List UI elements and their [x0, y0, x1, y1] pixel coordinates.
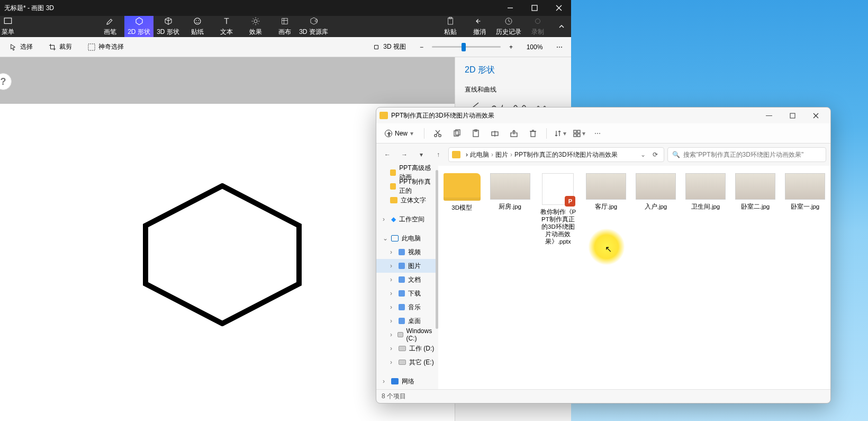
- menu-label: 菜单: [2, 28, 14, 37]
- new-button[interactable]: New ▾: [382, 129, 419, 138]
- side-lines-label: 直线和曲线: [465, 81, 562, 98]
- file-item-6[interactable]: 卧室二.jpg: [735, 173, 775, 210]
- view-icon[interactable]: ▾: [571, 126, 587, 141]
- svg-rect-4: [4, 18, 12, 24]
- ribbon-sticker[interactable]: 贴纸: [183, 16, 212, 37]
- paste-icon[interactable]: [468, 126, 484, 141]
- forward-button[interactable]: →: [397, 148, 411, 162]
- zoom-in-button[interactable]: +: [506, 42, 516, 52]
- svg-point-7: [196, 20, 197, 21]
- address-dropdown[interactable]: ⌄: [640, 151, 646, 158]
- breadcrumb-1[interactable]: 图片›: [495, 150, 512, 159]
- tree-video[interactable]: ›视频: [376, 245, 438, 259]
- back-button[interactable]: ←: [381, 148, 394, 162]
- breadcrumb-2[interactable]: PPT制作真正的3D环绕图片动画效果: [514, 150, 618, 159]
- maximize-button[interactable]: [522, 0, 547, 16]
- tree-this-pc[interactable]: ⌄ 此电脑: [376, 231, 438, 245]
- delete-icon[interactable]: [525, 126, 541, 141]
- zoom-thumb[interactable]: [462, 43, 466, 51]
- folder-icon: [390, 197, 397, 203]
- file-item-2[interactable]: P教你制作《PPT制作真正的3D环绕图片动画效果》.pptx: [540, 173, 576, 245]
- crop-button[interactable]: 裁剪: [43, 41, 77, 53]
- magic-select-button[interactable]: 神奇选择: [83, 41, 129, 53]
- chevron-icon: ›: [466, 151, 468, 158]
- tree-network[interactable]: › 网络: [376, 374, 438, 388]
- explorer-minimize-button[interactable]: —: [757, 108, 781, 123]
- search-input[interactable]: [683, 151, 821, 158]
- file-item-1[interactable]: 厨房.jpg: [490, 173, 530, 210]
- zoom-out-button[interactable]: −: [417, 42, 427, 52]
- share-icon[interactable]: [506, 126, 522, 141]
- tree-workspace[interactable]: ›◆ 工作空间: [376, 212, 438, 226]
- pptx-icon: P: [542, 173, 574, 205]
- copy-icon[interactable]: [449, 126, 465, 141]
- ribbon-record[interactable]: 录制: [523, 16, 552, 37]
- ribbon-2d[interactable]: 2D 形状: [124, 16, 153, 37]
- help-hint-icon[interactable]: ?: [0, 73, 12, 90]
- ribbon-3d[interactable]: 3D 形状: [153, 16, 183, 37]
- ribbon-brush[interactable]: 画笔: [95, 16, 124, 37]
- up-button[interactable]: ↑: [431, 148, 445, 162]
- file-item-3[interactable]: 客厅.jpg: [586, 173, 626, 210]
- folder-icon: [390, 169, 396, 176]
- more-icon[interactable]: ⋯: [590, 126, 606, 141]
- svg-rect-23: [790, 113, 795, 118]
- rename-icon[interactable]: [487, 126, 503, 141]
- hexagon-shape[interactable]: [140, 183, 304, 326]
- close-button[interactable]: [547, 0, 571, 16]
- svg-point-17: [535, 19, 540, 24]
- breadcrumb-0[interactable]: 此电脑›: [470, 150, 493, 159]
- explorer-content[interactable]: 3D模型厨房.jpgP教你制作《PPT制作真正的3D环绕图片动画效果》.pptx…: [438, 166, 830, 389]
- ribbon-effects[interactable]: 效果: [241, 16, 270, 37]
- tree-downloads[interactable]: ›下载: [376, 286, 438, 300]
- file-caption: 厨房.jpg: [499, 203, 521, 210]
- minimize-button[interactable]: [498, 0, 522, 16]
- file-caption: 入户.jpg: [645, 203, 667, 210]
- tree-documents[interactable]: ›文档: [376, 273, 438, 286]
- network-icon: [391, 378, 399, 384]
- svg-line-28: [436, 130, 440, 135]
- folder-icon: [379, 112, 388, 119]
- search-box[interactable]: 🔍: [667, 147, 826, 162]
- svg-point-26: [435, 134, 437, 137]
- cut-icon[interactable]: [430, 126, 446, 141]
- paint3d-titlebar[interactable]: 无标题* - 画图 3D: [0, 0, 571, 16]
- explorer-maximize-button[interactable]: [781, 108, 804, 123]
- view-3d-button[interactable]: 3D 视图: [367, 41, 411, 53]
- explorer-titlebar[interactable]: PPT制作真正的3D环绕图片动画效果 —: [376, 108, 830, 123]
- tree-music[interactable]: ›音乐: [376, 300, 438, 314]
- zoom-slider[interactable]: [432, 46, 501, 48]
- ribbon-undo[interactable]: 撤消: [465, 16, 494, 37]
- ribbon-canvas[interactable]: 画布: [270, 16, 299, 37]
- more-button[interactable]: ⋯: [553, 43, 567, 51]
- recent-button[interactable]: ▾: [414, 148, 428, 162]
- address-bar[interactable]: › 此电脑› 图片› PPT制作真正的3D环绕图片动画效果 ⌄ ⟳: [448, 147, 664, 162]
- file-item-5[interactable]: 卫生间.jpg: [685, 173, 726, 210]
- svg-line-29: [436, 130, 439, 135]
- svg-rect-43: [577, 134, 580, 137]
- ribbon-paste[interactable]: 粘贴: [436, 16, 465, 37]
- file-item-4[interactable]: 入户.jpg: [636, 173, 676, 210]
- ribbon-text[interactable]: 文本: [212, 16, 241, 37]
- menu-button[interactable]: 菜单: [0, 16, 16, 37]
- tree-c[interactable]: ›Windows (C:): [376, 328, 438, 342]
- file-item-7[interactable]: 卧室一.jpg: [785, 173, 825, 210]
- tree-d[interactable]: ›工作 (D:): [376, 342, 438, 355]
- sort-icon[interactable]: ▾: [552, 126, 568, 141]
- cursor-icon: ↖: [605, 244, 612, 254]
- ribbon-history[interactable]: 历史记录: [494, 16, 523, 37]
- plus-icon: [385, 130, 392, 137]
- image-thumbnail: [636, 173, 676, 200]
- tree-pictures[interactable]: ›图片: [376, 259, 438, 273]
- tree-desktop[interactable]: ›桌面: [376, 314, 438, 328]
- explorer-close-button[interactable]: [804, 108, 827, 123]
- refresh-button[interactable]: ⟳: [650, 149, 661, 160]
- tree-quick-1[interactable]: PPT制作真正的: [376, 180, 438, 193]
- select-button[interactable]: 选择: [4, 41, 38, 53]
- tree-e[interactable]: ›其它 (E:): [376, 355, 438, 369]
- ribbon-library[interactable]: 3D 资源库: [299, 16, 328, 37]
- view3d-label: 3D 视图: [383, 42, 406, 51]
- collapse-ribbon-button[interactable]: [552, 16, 571, 37]
- explorer-nav-tree[interactable]: PPT高级感动画PPT制作真正的立体文字 ›◆ 工作空间 ⌄ 此电脑 ›视频›图…: [376, 166, 438, 389]
- file-item-0[interactable]: 3D模型: [444, 173, 481, 211]
